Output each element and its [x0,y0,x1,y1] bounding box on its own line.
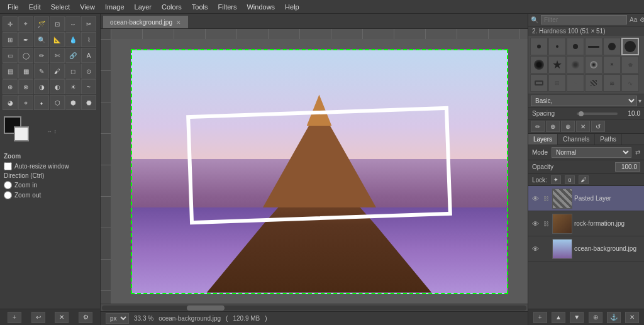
brush-item-7[interactable] [530,56,548,74]
tool-magnify[interactable]: 🔍 [34,32,49,47]
tool-brush[interactable]: 🖌 [50,63,65,79]
tab-layers[interactable]: Layers [528,134,558,145]
brush-item-3[interactable] [567,38,584,55]
brush-delete-btn[interactable]: ✕ [576,121,590,132]
tool-pen[interactable]: ✒ [18,32,33,47]
toolbox-undo-btn[interactable]: ↩ [31,312,45,323]
tool-clone[interactable]: ⊗ [18,79,33,94]
tool-paths[interactable]: 🔗 [65,48,80,63]
tool-extra4[interactable]: ⬢ [65,95,80,110]
brush-item-16[interactable] [585,74,602,92]
tool-extra3[interactable]: ⬡ [50,95,65,110]
layer-eye-ocean[interactable]: 👁 [531,245,540,253]
tool-eyedropper[interactable]: 💧 [65,32,80,47]
tool-freeselect[interactable]: ⌖ [18,16,33,31]
tool-measure[interactable]: 📐 [50,32,65,47]
tool-sharpen[interactable]: ◐ [50,79,65,94]
menu-colors[interactable]: Colors [157,2,187,12]
layer-chain-pasted[interactable]: ⛓ [541,194,550,203]
menu-view[interactable]: View [75,2,100,12]
tool-iscissors[interactable]: ✄ [50,48,65,63]
toolbox-config-btn[interactable]: ⚙ [79,312,92,323]
brush-item-4[interactable] [585,38,602,55]
tool-ellipseselect[interactable]: ◯ [18,48,33,63]
tool-warp[interactable]: ⌇ [81,32,96,47]
lock-alpha-btn[interactable]: α [565,175,575,184]
brush-item-12[interactable]: ⬟ [621,56,639,74]
toolbox-delete-btn[interactable]: ✕ [55,312,69,323]
layer-chain-rock[interactable]: ⛓ [541,219,550,228]
layer-eye-rock[interactable]: 👁 [531,219,540,228]
canvas-scrollbar-h[interactable] [101,304,528,311]
lock-position-btn[interactable]: ✦ [551,175,561,184]
tool-cut[interactable]: ✂ [81,16,96,31]
brush-item-2[interactable] [548,38,566,55]
background-color[interactable] [14,126,29,141]
menu-image[interactable]: Image [100,2,130,12]
canvas-viewport[interactable] [111,39,528,304]
brush-item-18[interactable]: ∿ [621,74,639,92]
toolbox-new-btn[interactable]: + [8,312,21,323]
tool-crop[interactable]: ⊡ [50,16,65,31]
tool-transform[interactable]: ↔ [65,16,80,31]
tab-paths[interactable]: Paths [595,134,622,145]
tab-channels[interactable]: Channels [558,134,595,145]
brush-refresh-btn[interactable]: ↺ [591,121,605,132]
brush-paste-btn[interactable]: ⊗ [561,121,575,132]
layer-row-pasted[interactable]: 👁 ⛓ Pasted Layer [528,186,644,211]
mode-arrows[interactable]: ⇄ [635,149,640,156]
unit-select[interactable]: px [106,313,129,324]
menu-windows[interactable]: Windows [242,2,280,12]
tool-extra1[interactable]: ⋄ [18,95,33,110]
scrollbar-thumb-h[interactable] [187,306,225,311]
brush-item-14[interactable]: ⊞ [548,74,566,92]
tool-extra2[interactable]: ⬧ [34,95,49,110]
brush-category-select[interactable]: Basic, [531,96,637,106]
tool-airbrush[interactable]: ⊙ [81,63,96,79]
brush-item-5[interactable] [603,38,621,55]
layer-eye-pasted[interactable]: 👁 [531,194,540,203]
brush-item-8[interactable]: ★ [548,56,566,74]
layer-row-ocean[interactable]: 👁 ocean-background.jpg [528,236,644,262]
tool-fuzzselect[interactable]: 🪄 [34,16,49,31]
layers-up-btn[interactable]: ▲ [552,312,565,323]
layer-row-rock[interactable]: 👁 ⛓ rock-formation.jpg [528,211,644,236]
canvas-tab-ocean[interactable]: ocean-background.jpg ✕ [103,16,188,28]
brush-item-6[interactable] [621,38,639,55]
brush-item-11[interactable]: ✦ [603,56,621,74]
brush-item-17[interactable]: ≋ [603,74,621,92]
brush-edit-btn[interactable]: ✏ [531,121,545,132]
tool-fill[interactable]: ▤ [3,63,18,79]
brush-item-1[interactable] [530,38,548,55]
layers-new-btn[interactable]: + [533,312,547,323]
tool-rectselect[interactable]: ▭ [3,48,18,63]
layers-duplicate-btn[interactable]: ⊕ [589,312,602,323]
tool-align[interactable]: ⊞ [3,32,18,47]
tool-extra5[interactable]: ⬣ [81,95,96,110]
layers-down-btn[interactable]: ▼ [570,312,584,323]
brush-item-9[interactable] [567,56,584,74]
menu-filters[interactable]: Filters [213,2,242,12]
tool-gradient[interactable]: ▦ [18,63,33,79]
lock-paint-btn[interactable]: 🖌 [579,175,589,184]
layers-delete-btn[interactable]: ✕ [625,312,639,323]
brush-copy-btn[interactable]: ⊕ [546,121,560,132]
spacing-slider[interactable] [577,113,618,115]
tool-smudge[interactable]: ~ [81,79,96,94]
menu-edit[interactable]: Edit [24,2,46,12]
tool-freehand[interactable]: ✏ [34,48,49,63]
zoom-in-radio[interactable] [4,181,12,189]
tool-heal[interactable]: ⊕ [3,79,18,94]
layers-anchor-btn[interactable]: ⚓ [607,312,621,323]
menu-select[interactable]: Select [46,2,75,12]
brush-filter-input[interactable] [541,15,627,25]
canvas-tab-close[interactable]: ✕ [176,19,181,26]
zoom-out-radio[interactable] [4,191,12,199]
menu-tools[interactable]: Tools [187,2,213,12]
tool-text[interactable]: A [81,48,96,63]
tool-dodge[interactable]: ☀ [65,79,80,94]
tool-burn[interactable]: ◕ [3,95,18,110]
tool-cursor[interactable]: ✛ [3,16,18,31]
mode-select[interactable]: Normal [552,147,631,158]
menu-help[interactable]: Help [280,2,304,12]
